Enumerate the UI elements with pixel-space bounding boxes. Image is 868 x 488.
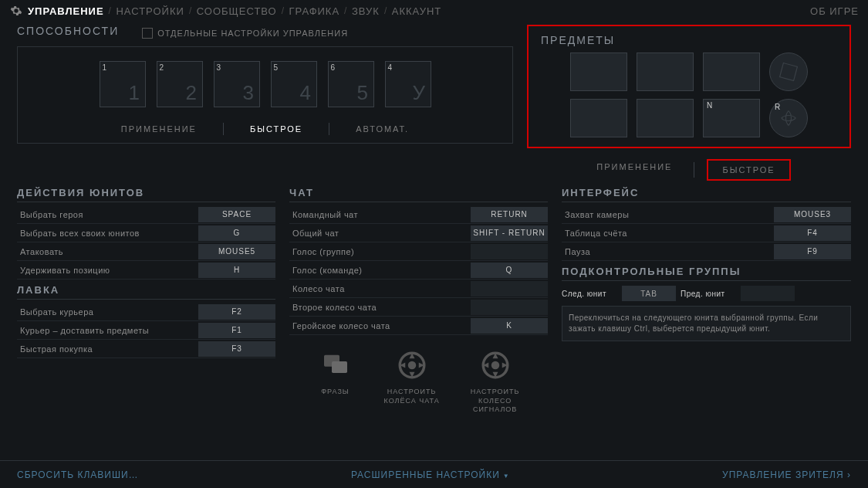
interface-title: ИНТЕРФЕЙС <box>562 187 851 202</box>
svg-point-8 <box>407 361 416 370</box>
keybind-input[interactable]: RETURN <box>471 207 548 222</box>
bind-row: Захват камерыMOUSE3 <box>562 205 851 224</box>
abilities-title: СПОСОБНОСТИ <box>17 25 119 37</box>
separate-controls-checkbox[interactable]: ОТДЕЛЬНЫЕ НАСТРОЙКИ УПРАВЛЕНИЯ <box>142 28 348 39</box>
bind-row: Геройское колесо чатаK <box>289 317 548 335</box>
keybind-input[interactable] <box>471 281 548 297</box>
advanced-settings-button[interactable]: РАСШИРЕННЫЕ НАСТРОЙКИ▼ <box>351 469 510 480</box>
bind-row: Командный чатRETURN <box>289 205 548 224</box>
control-groups-title: ПОДКОНТРОЛЬНЫЕ ГРУППЫ <box>562 266 851 281</box>
keybind-input[interactable]: SHIFT - RETURN <box>471 225 548 241</box>
items-panel: ПРЕДМЕТЫ N R <box>527 25 851 148</box>
nav-tab-settings[interactable]: НАСТРОЙКИ <box>116 5 184 17</box>
keybind-input[interactable]: F4 <box>774 225 851 241</box>
bind-row: Второе колесо чата <box>289 298 548 317</box>
keybind-input[interactable]: MOUSE3 <box>774 207 851 222</box>
nav-tab-controls[interactable]: УПРАВЛЕНИЕ <box>28 5 104 17</box>
svg-point-14 <box>491 361 499 370</box>
ability-slot-5[interactable]: 65 <box>328 61 374 107</box>
bind-row: Выбрать всех своих юнитовG <box>17 224 275 242</box>
prev-unit-label: Пред. юнит <box>681 290 736 298</box>
reset-keys-button[interactable]: СБРОСИТЬ КЛАВИШИ… <box>17 469 139 480</box>
item-slot-3[interactable] <box>703 53 760 91</box>
ability-mode-auto[interactable]: АВТОМАТ. <box>346 121 418 137</box>
ability-mode-cast[interactable]: ПРИМЕНЕНИЕ <box>112 121 206 137</box>
item-mode-quick[interactable]: БЫСТРОЕ <box>707 159 790 181</box>
nav-tab-sound[interactable]: ЗВУК <box>352 5 380 17</box>
bind-row: Курьер – доставить предметыF1 <box>17 321 275 340</box>
ability-slot-3[interactable]: 33 <box>214 61 260 107</box>
keybind-input[interactable]: K <box>471 318 548 334</box>
svg-rect-0 <box>780 63 798 81</box>
bind-row: Голос (команде)Q <box>289 261 548 280</box>
ability-slot-2[interactable]: 22 <box>157 61 203 107</box>
item-mode-cast[interactable]: ПРИМЕНЕНИЕ <box>587 159 681 181</box>
bind-row: Колесо чата <box>289 280 548 298</box>
nav-tab-community[interactable]: СООБЩЕСТВО <box>197 5 277 17</box>
unit-actions-title: ДЕЙСТВИЯ ЮНИТОВ <box>17 187 275 202</box>
keybind-input[interactable]: TAB <box>622 286 676 301</box>
keybind-input[interactable]: SPACE <box>198 207 275 222</box>
chat-title: ЧАТ <box>289 187 548 202</box>
phrases-button[interactable]: ФРАЗЫ <box>318 347 353 415</box>
item-slot-tp[interactable] <box>769 53 808 91</box>
item-slot-4[interactable] <box>570 99 627 137</box>
chat-wheel-button[interactable]: НАСТРОИТЬ КОЛЁСА ЧАТА <box>384 347 440 415</box>
bind-row: Быстрая покупкаF3 <box>17 340 275 358</box>
bind-row: АтаковатьMOUSE5 <box>17 242 275 261</box>
items-title: ПРЕДМЕТЫ <box>541 34 837 46</box>
control-groups-hint: Переключиться на следующего юнита выбран… <box>562 306 851 341</box>
nav-tab-about[interactable]: ОБ ИГРЕ <box>810 5 859 17</box>
item-slot-neutral[interactable]: R <box>769 99 808 137</box>
item-slot-5[interactable] <box>637 99 694 137</box>
bind-row: Удерживать позициюH <box>17 261 275 280</box>
nav-tab-account[interactable]: АККАУНТ <box>392 5 442 17</box>
item-slot-1[interactable] <box>570 53 627 91</box>
keybind-input[interactable] <box>741 286 795 301</box>
item-slot-6[interactable]: N <box>703 99 760 137</box>
bind-row: Выбрать курьераF2 <box>17 303 275 321</box>
shop-title: ЛАВКА <box>17 284 275 300</box>
ability-slot-6[interactable]: 4У <box>385 61 431 107</box>
nav-tab-graphics[interactable]: ГРАФИКА <box>289 5 340 17</box>
chat-bubbles-icon <box>318 347 353 383</box>
next-unit-label: След. юнит <box>562 290 617 298</box>
ability-mode-quick[interactable]: БЫСТРОЕ <box>241 121 312 137</box>
item-slot-2[interactable] <box>637 53 694 91</box>
abilities-panel: 11 22 33 54 65 4У ПРИМЕНЕНИЕ БЫСТРОЕ АВТ… <box>17 46 513 144</box>
keybind-input[interactable]: MOUSE5 <box>198 244 275 259</box>
chevron-right-icon: › <box>847 469 851 480</box>
spectator-controls-button[interactable]: УПРАВЛЕНИЕ ЗРИТЕЛЯ › <box>722 469 851 480</box>
bind-row: Общий чатSHIFT - RETURN <box>289 224 548 242</box>
top-nav: УПРАВЛЕНИЕ / НАСТРОЙКИ / СООБЩЕСТВО / ГР… <box>0 0 868 22</box>
wheel-icon <box>394 347 430 383</box>
wheel-icon <box>478 347 513 383</box>
footer: СБРОСИТЬ КЛАВИШИ… РАСШИРЕННЫЕ НАСТРОЙКИ▼… <box>0 460 868 488</box>
keybind-input[interactable]: F3 <box>198 341 275 357</box>
bind-row: Голос (группе) <box>289 242 548 261</box>
ability-slot-4[interactable]: 54 <box>271 61 317 107</box>
keybind-input[interactable] <box>471 244 548 259</box>
keybind-input[interactable]: F9 <box>774 244 851 259</box>
keybind-input[interactable] <box>471 300 548 315</box>
keybind-input[interactable]: G <box>198 225 275 241</box>
svg-rect-2 <box>332 361 347 373</box>
chevron-down-icon: ▼ <box>503 473 510 480</box>
gear-icon[interactable] <box>9 4 23 18</box>
bind-row: Таблица счётаF4 <box>562 224 851 242</box>
bind-row: Выбрать герояSPACE <box>17 205 275 224</box>
ability-slot-1[interactable]: 11 <box>100 61 146 107</box>
bind-row: ПаузаF9 <box>562 242 851 261</box>
checkbox-icon <box>142 28 153 39</box>
keybind-input[interactable]: H <box>198 263 275 278</box>
keybind-input[interactable]: Q <box>471 263 548 278</box>
signal-wheel-button[interactable]: НАСТРОИТЬ КОЛЕСО СИГНАЛОВ <box>471 347 520 415</box>
keybind-input[interactable]: F1 <box>198 323 275 338</box>
keybind-input[interactable]: F2 <box>198 304 275 320</box>
